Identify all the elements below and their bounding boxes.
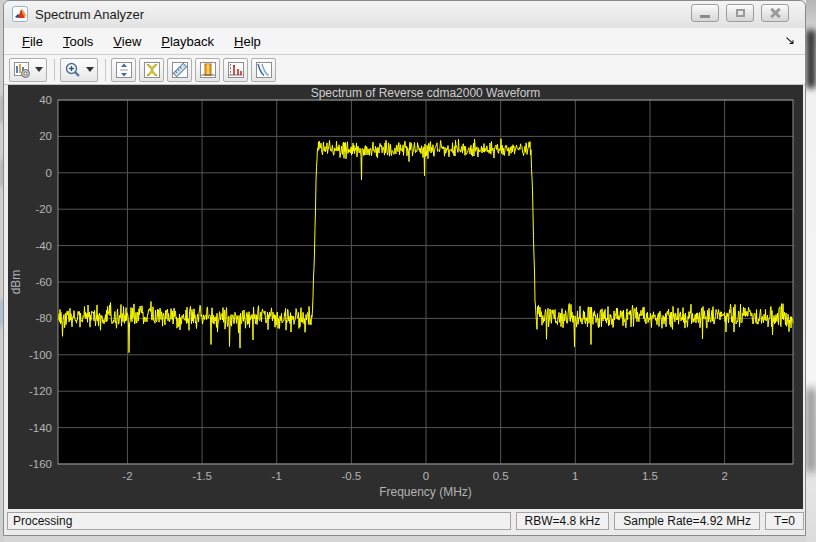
status-message: Processing	[7, 512, 511, 530]
sample-rate-readout: Sample Rate=4.92 MHz	[614, 512, 760, 530]
spectrum-plot-canvas[interactable]: 40200-20-40-60-80-100-120-140-160-2-1.5-…	[8, 85, 803, 509]
plot-title: Spectrum of Reverse cdma2000 Waveform	[58, 86, 793, 100]
ccdf-measurements-button[interactable]	[251, 58, 276, 82]
dropdown-arrow-icon[interactable]	[86, 67, 94, 72]
y-tick-label: -60	[35, 276, 52, 288]
x-tick-label: -1.5	[192, 470, 212, 482]
ccdf-measurements-icon	[255, 61, 273, 79]
distortion-measurements-button[interactable]	[223, 58, 248, 82]
channel-measurements-button[interactable]	[195, 58, 220, 82]
x-axis-label: Frequency (MHz)	[58, 485, 793, 499]
y-tick-label: 20	[39, 130, 52, 142]
rbw-readout: RBW=4.8 kHz	[516, 512, 610, 530]
toolbar-separator	[54, 59, 55, 81]
y-tick-label: -100	[29, 349, 52, 361]
y-tick-label: -80	[35, 312, 52, 324]
cursor-measurements-icon	[171, 61, 189, 79]
window-controls	[691, 4, 789, 22]
menu-file[interactable]: File	[12, 30, 53, 53]
y-tick-label: -140	[29, 422, 52, 434]
scale-y-axis-icon	[115, 61, 133, 79]
zoom-in-icon	[64, 61, 82, 79]
menu-view[interactable]: View	[103, 30, 151, 53]
spectrum-analyzer-window: Spectrum Analyzer File Tools View Playba…	[3, 0, 806, 536]
scale-y-axis-button[interactable]	[111, 58, 136, 82]
minimize-icon	[700, 15, 710, 18]
menu-playback[interactable]: Playback	[151, 30, 224, 53]
background-window-right-strip	[806, 0, 816, 542]
menu-tools[interactable]: Tools	[53, 30, 103, 53]
x-tick-label: 0	[423, 470, 429, 482]
y-tick-label: 0	[46, 167, 52, 179]
y-tick-label: -160	[29, 458, 52, 470]
cursor-measurements-button[interactable]	[167, 58, 192, 82]
time-readout: T=0	[765, 512, 804, 530]
minimize-button[interactable]	[691, 4, 719, 22]
peak-finder-icon	[143, 61, 161, 79]
title-bar[interactable]: Spectrum Analyzer	[4, 1, 805, 28]
x-tick-label: -0.5	[341, 470, 361, 482]
close-button[interactable]	[761, 4, 789, 22]
y-tick-label: 40	[39, 94, 52, 106]
y-axis-label: dBm	[9, 252, 23, 312]
x-tick-label: 1	[572, 470, 578, 482]
y-tick-label: -20	[35, 203, 52, 215]
toolbar-separator	[105, 59, 106, 81]
matlab-logo-icon	[12, 6, 28, 22]
spectrum-display[interactable]: 40200-20-40-60-80-100-120-140-160-2-1.5-…	[8, 85, 803, 509]
close-icon	[770, 8, 780, 18]
distortion-measurements-icon	[227, 61, 245, 79]
maximize-button[interactable]	[726, 4, 754, 22]
dropdown-arrow-icon[interactable]	[35, 67, 43, 72]
y-tick-label: -40	[35, 240, 52, 252]
x-tick-label: -1	[272, 470, 282, 482]
y-tick-label: -120	[29, 385, 52, 397]
menu-bar: File Tools View Playback Help	[4, 28, 805, 55]
peak-finder-button[interactable]	[139, 58, 164, 82]
channel-measurements-icon	[199, 61, 217, 79]
spectrum-settings-button[interactable]	[9, 58, 47, 82]
x-tick-label: 1.5	[642, 470, 658, 482]
toolbar	[4, 55, 805, 85]
zoom-button[interactable]	[60, 58, 98, 82]
dock-arrow-icon[interactable]: ↘	[784, 33, 795, 47]
maximize-icon	[736, 9, 745, 17]
status-bar: Processing RBW=4.8 kHz Sample Rate=4.92 …	[7, 510, 804, 532]
x-tick-label: -2	[122, 470, 132, 482]
x-tick-label: 0.5	[493, 470, 509, 482]
spectrum-settings-icon	[13, 61, 31, 79]
x-tick-label: 2	[721, 470, 727, 482]
menu-help[interactable]: Help	[224, 30, 271, 53]
window-title: Spectrum Analyzer	[35, 7, 144, 22]
